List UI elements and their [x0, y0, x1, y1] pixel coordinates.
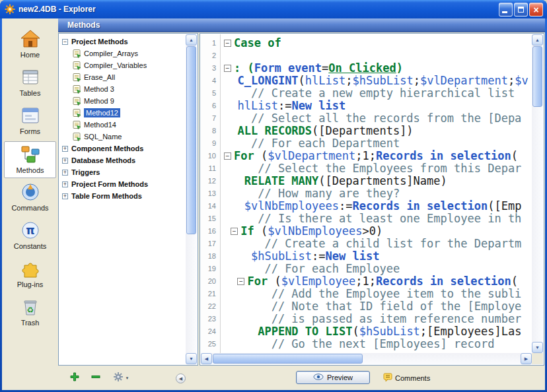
sidebar-item-plugins[interactable]: Plug-ins	[4, 256, 56, 293]
tree-group-row[interactable]: −Project Methods	[59, 36, 186, 48]
line-number: 1	[201, 37, 220, 49]
fold-icon[interactable]: −	[231, 228, 238, 235]
tree-method-row[interactable]: Method 9	[59, 95, 186, 107]
line-number: 11	[201, 162, 220, 175]
maximize-button[interactable]	[514, 3, 528, 16]
scroll-left-button[interactable]: ◀	[201, 353, 212, 364]
tree-expander-icon[interactable]: +	[62, 181, 68, 187]
tree-item-label: SQL_Name	[84, 133, 122, 141]
code-line: −For ($vlEmployee;1;Records in selection…	[224, 275, 532, 288]
titlebar[interactable]: new2.4DB - Explorer ×	[0, 0, 547, 18]
tree-group-row[interactable]: +Database Methods	[59, 154, 186, 166]
line-number: 13	[201, 187, 220, 200]
line-number: 4	[201, 75, 220, 87]
arrow-left-icon: ◀	[205, 356, 208, 362]
tree-method-row[interactable]: Erase_All	[59, 71, 186, 83]
fold-icon[interactable]: −	[224, 40, 231, 47]
sidebar-item-methods[interactable]: Methods	[4, 141, 56, 178]
scroll-up-button[interactable]: ▲	[186, 34, 197, 46]
window-content: Home Tables Forms Methods	[2, 18, 545, 390]
constants-icon: π	[20, 220, 41, 241]
collapse-panel-icon: ◀	[179, 376, 182, 381]
line-number: 19	[201, 263, 220, 275]
scrollbar-thumb[interactable]	[213, 354, 363, 364]
tree-group-row[interactable]: +Component Methods	[59, 143, 186, 154]
arrow-right-icon: ▶	[525, 356, 528, 362]
scrollbar-thumb[interactable]	[532, 46, 542, 107]
tree-expander-icon[interactable]: −	[62, 39, 68, 45]
remove-method-button[interactable]	[90, 372, 102, 384]
line-number: 14	[201, 200, 220, 212]
add-icon	[69, 372, 80, 385]
tables-icon	[20, 67, 41, 88]
comments-button-label: Comments	[395, 374, 430, 382]
fold-icon[interactable]: −	[224, 65, 231, 72]
tree-item-label: Method 3	[84, 85, 114, 93]
preview-eye-icon	[313, 374, 324, 381]
tree-method-row[interactable]: Method 3	[59, 83, 186, 95]
scroll-down-button[interactable]: ▼	[532, 342, 543, 353]
tree-method-row[interactable]: SQL_Name	[59, 131, 186, 143]
tree-method-row[interactable]: Method14	[59, 119, 186, 131]
tree-method-row[interactable]: Method12	[59, 107, 186, 119]
minimize-button[interactable]	[499, 3, 513, 16]
code-line: C_LONGINT(hlList;$hSubList;$vlDepartment…	[224, 75, 532, 87]
tree-scrollbar[interactable]: ▲ ▼	[186, 34, 197, 364]
sidebar-item-label: Plug-ins	[4, 280, 56, 288]
minimize-icon	[502, 11, 507, 13]
tree-item-label: Database Methods	[71, 156, 135, 164]
scroll-up-button[interactable]: ▲	[532, 34, 543, 46]
tree-item-label: Project Form Methods	[71, 180, 148, 188]
tree-expander-icon[interactable]: +	[62, 146, 68, 152]
sidebar-item-trash[interactable]: ♻ Trash	[4, 294, 56, 331]
tree-expander-icon[interactable]: +	[62, 170, 68, 176]
method-icon	[72, 73, 81, 82]
line-number: 18	[201, 250, 220, 263]
tree-method-row[interactable]: Compiler_Arrays	[59, 48, 186, 59]
scroll-right-button[interactable]: ▶	[521, 353, 532, 364]
tree-expander-icon[interactable]: +	[62, 193, 68, 199]
tree-expander-icon[interactable]: +	[62, 158, 68, 164]
method-tree: −Project MethodsCompiler_ArraysCompiler_…	[59, 36, 186, 364]
line-number: 8	[201, 125, 220, 137]
sidebar-item-forms[interactable]: Forms	[4, 103, 56, 140]
code-line: RELATE MANY([Departments]Name)	[224, 175, 532, 187]
code-area[interactable]: −Case of−: (Form event=On Clicked) C_LON…	[221, 34, 532, 353]
method-icon	[72, 132, 81, 141]
app-icon	[5, 4, 15, 15]
sidebar: Home Tables Forms Methods	[2, 18, 58, 390]
gear-icon	[113, 372, 124, 385]
line-number: 6	[201, 100, 220, 112]
method-icon	[72, 108, 81, 117]
close-button[interactable]: ×	[529, 3, 543, 16]
code-line: −: (Form event=On Clicked)	[224, 62, 532, 75]
sidebar-item-home[interactable]: Home	[4, 26, 56, 63]
add-method-button[interactable]	[69, 372, 81, 384]
sidebar-item-tables[interactable]: Tables	[4, 65, 56, 102]
preview-button[interactable]: Preview	[296, 371, 370, 384]
collapse-panel-button[interactable]: ◀	[176, 374, 186, 383]
fold-icon[interactable]: −	[224, 152, 231, 160]
fold-icon[interactable]: −	[237, 278, 244, 285]
editor-vertical-scrollbar[interactable]: ▲ ▼	[532, 34, 543, 353]
tree-group-row[interactable]: +Triggers	[59, 166, 186, 178]
tree-item-label: Method14	[84, 121, 116, 129]
options-menu-button[interactable]: ▼	[111, 372, 131, 384]
section-header: Methods	[58, 18, 545, 32]
comments-button[interactable]: Comments	[383, 372, 430, 384]
maximize-icon	[518, 7, 524, 13]
sidebar-item-label: Trash	[4, 319, 56, 327]
tree-group-row[interactable]: +Table Form Methods	[59, 190, 186, 202]
sidebar-item-commands[interactable]: Commands	[4, 180, 56, 216]
code-editor-panel: 1234567891011121314151617181920212223242…	[200, 33, 544, 366]
scrollbar-thumb[interactable]	[186, 46, 196, 234]
code-line: // Select all the records from the [Depa	[224, 112, 532, 125]
sidebar-item-constants[interactable]: π Constants	[4, 218, 56, 255]
dropdown-arrow-icon: ▼	[126, 376, 129, 380]
editor-horizontal-scrollbar[interactable]: ◀ ▶	[201, 353, 532, 364]
tree-group-row[interactable]: +Project Form Methods	[59, 178, 186, 190]
preview-button-label: Preview	[327, 374, 353, 381]
tree-method-row[interactable]: Compiler_Variables	[59, 59, 186, 71]
main-area: Methods −Project MethodsCompiler_ArraysC…	[58, 18, 545, 390]
scroll-down-button[interactable]: ▼	[186, 353, 197, 364]
